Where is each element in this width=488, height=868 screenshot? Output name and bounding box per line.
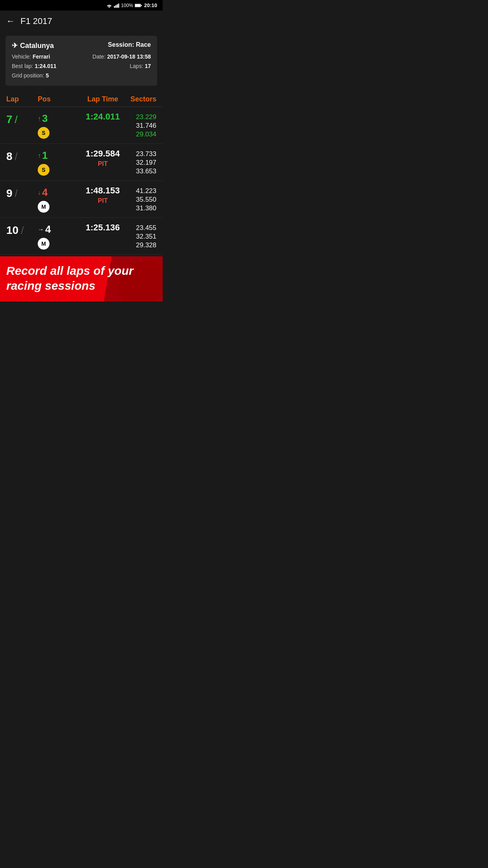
- sector-3: 33.653: [136, 167, 156, 175]
- back-button[interactable]: ←: [6, 16, 15, 26]
- tyre-badge: M: [38, 238, 50, 250]
- session-type: Session: Race: [108, 41, 151, 48]
- pos-arrow: →: [38, 226, 44, 233]
- session-details-left: Vehicle: Ferrari Best lap: 1:24.011 Grid…: [12, 52, 57, 80]
- status-bar: 100% 20:10: [0, 0, 163, 11]
- app-header: ← F1 2017: [0, 11, 163, 32]
- svg-rect-3: [118, 4, 119, 8]
- laptime-col: 1:29.584 PIT: [85, 149, 121, 167]
- battery-text: 100%: [121, 3, 133, 8]
- pos-col: ↑1 S: [38, 149, 85, 176]
- status-icons: 100%: [106, 3, 142, 8]
- lap-number-col: 7 /: [6, 112, 38, 126]
- status-time: 20:10: [144, 2, 157, 8]
- pit-label: PIT: [98, 160, 108, 167]
- session-card: ✈ Catalunya Session: Race Vehicle: Ferra…: [6, 36, 157, 86]
- pos-col: →4 M: [38, 223, 85, 250]
- lap-number: 8: [6, 150, 13, 163]
- table-row: 8 / ↑1 S 1:29.584 PIT 23.733 32.197 33.6…: [0, 144, 163, 181]
- sector-1: 23.733: [136, 150, 156, 158]
- svg-rect-5: [135, 4, 141, 7]
- lap-number-col: 8 /: [6, 149, 38, 163]
- sectors-col: 23.733 32.197 33.653: [121, 149, 156, 175]
- signal-icon: [114, 3, 119, 8]
- sector-2: 35.550: [136, 196, 156, 204]
- battery-icon: [135, 4, 142, 7]
- sector-2: 32.197: [136, 159, 156, 167]
- lap-time: 1:29.584: [86, 149, 120, 159]
- banner-text: Record all laps of your racing sessions: [6, 263, 156, 293]
- lap-time: 1:24.011: [86, 112, 120, 122]
- sectors-col: 23.455 32.351 29.328: [121, 223, 156, 249]
- pos-value: ↑3: [38, 112, 48, 125]
- sector-1: 41.223: [136, 187, 156, 195]
- page-title: F1 2017: [20, 16, 52, 26]
- table-row: 9 / ↓4 M 1:48.153 PIT 41.223 35.550 31.3…: [0, 181, 163, 218]
- sector-1: 23.455: [136, 224, 156, 232]
- banner-line1: Record all laps of your: [6, 263, 156, 278]
- session-details-right: Date: 2017-09-18 13:58 Laps: 17: [92, 52, 151, 80]
- promo-banner: Record all laps of your racing sessions: [0, 256, 163, 302]
- lap-slash: /: [15, 188, 18, 200]
- pit-label: PIT: [98, 197, 108, 204]
- tyre-badge: S: [38, 127, 50, 139]
- sector-2: 31.746: [136, 122, 156, 130]
- col-header-lap: Lap: [6, 95, 38, 103]
- wifi-icon: [106, 3, 112, 8]
- track-icon: ✈: [12, 41, 18, 50]
- lap-number: 7: [6, 113, 13, 126]
- col-header-laptime: Lap Time: [85, 95, 121, 103]
- laptime-col: 1:25.136: [85, 223, 121, 233]
- lap-slash: /: [21, 224, 24, 237]
- pos-value: →4: [38, 223, 51, 235]
- lap-time: 1:25.136: [86, 223, 120, 233]
- lap-time: 1:48.153: [86, 186, 120, 196]
- sector-1: 23.229: [136, 113, 156, 121]
- table-row: 7 / ↑3 S 1:24.011 23.229 31.746 29.034: [0, 107, 163, 144]
- lap-slash: /: [15, 151, 18, 163]
- lap-number: 9: [6, 187, 13, 200]
- laptime-col: 1:48.153 PIT: [85, 186, 121, 204]
- sectors-col: 23.229 31.746 29.034: [121, 112, 156, 138]
- tyre-badge: M: [38, 201, 50, 213]
- svg-rect-6: [141, 5, 142, 6]
- svg-rect-1: [116, 5, 117, 7]
- pos-col: ↓4 M: [38, 186, 85, 213]
- table-row: 10 / →4 M 1:25.136 23.455 32.351 29.328: [0, 218, 163, 255]
- pos-value: ↓4: [38, 186, 48, 199]
- sector-3: 31.380: [136, 204, 156, 212]
- pos-arrow: ↑: [38, 152, 41, 159]
- pos-arrow: ↑: [38, 115, 41, 122]
- laps-table: 7 / ↑3 S 1:24.011 23.229 31.746 29.034 8: [0, 107, 163, 255]
- pos-arrow: ↓: [38, 189, 41, 196]
- sector-3: 29.328: [136, 241, 156, 249]
- banner-line2: racing sessions: [6, 278, 156, 293]
- sectors-col: 41.223 35.550 31.380: [121, 186, 156, 212]
- svg-rect-0: [114, 6, 115, 7]
- pos-col: ↑3 S: [38, 112, 85, 139]
- table-header: Lap Pos Lap Time Sectors: [0, 90, 163, 107]
- tyre-badge: S: [38, 164, 50, 176]
- lap-slash: /: [15, 114, 18, 126]
- sector-2: 32.351: [136, 233, 156, 241]
- track-name: ✈ Catalunya: [12, 41, 54, 50]
- svg-rect-2: [117, 4, 118, 7]
- col-header-sectors: Sectors: [121, 95, 156, 103]
- lap-number-col: 10 /: [6, 223, 38, 237]
- sector-3: 29.034: [136, 131, 156, 138]
- col-header-pos: Pos: [38, 95, 85, 103]
- pos-value: ↑1: [38, 149, 48, 162]
- laptime-col: 1:24.011: [85, 112, 121, 122]
- lap-number-col: 9 /: [6, 186, 38, 200]
- lap-number: 10: [6, 224, 18, 237]
